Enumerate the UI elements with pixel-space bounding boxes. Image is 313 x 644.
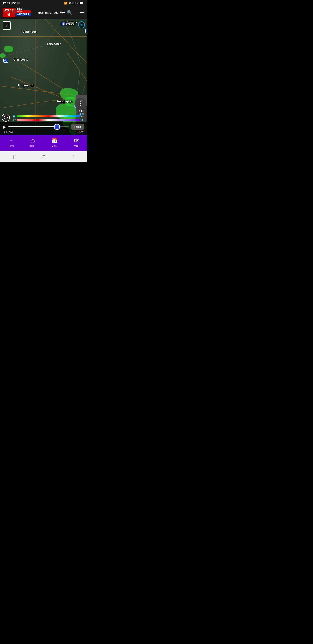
i70-shield: I70 [85,29,87,33]
location-display: HUNTINGTON, WV 🔍 [38,10,72,15]
map-container[interactable]: Newark Columbus Lancaster Chillicothe Pa… [0,19,87,135]
snow-right-icon: ❄ [81,115,85,118]
mapbox-text: mapbox [66,23,74,25]
progress-fill [8,126,57,127]
expand-map-button[interactable]: ⤢ [3,22,11,30]
home-label: Home [7,144,14,147]
hourly-icon: ◷ [31,138,35,144]
rain-legend-row: 💧 ❄ [12,114,85,118]
battery-percent: 69% [72,2,78,5]
info-button[interactable]: ⓘ [2,114,10,122]
temperature-display: 85° [11,2,16,5]
now-label: NOW [77,130,83,133]
weather-label: WEATHER [15,13,31,16]
radar-legend: 💧 ❄ 💧❄ 💧 [12,114,85,121]
playback-controls: ▶ PAST [3,124,84,130]
radar-blob-2 [0,54,5,58]
nav-daily[interactable]: 📅 Daily [47,138,62,147]
time-display: 12:31 [3,2,10,5]
location-target-button[interactable]: ⊕ [78,22,85,28]
progress-track[interactable] [8,126,69,127]
system-back-button[interactable]: < [71,154,74,159]
status-right: 📶 ⊘ 69% [64,2,84,5]
svg-line-7 [0,102,45,108]
rain-left-icon: 💧 [12,114,16,118]
notification-x-icon: × [17,2,20,4]
expand-icon: ⤢ [5,24,8,28]
i71-shield: I71 [3,58,8,62]
battery-icon [79,2,84,4]
daily-icon: 📅 [51,138,57,144]
thumb-lines [56,126,58,128]
logo-number: 3 [7,12,10,17]
bottom-navigation: ⌂ Home ◷ Hourly 📅 Daily 🗺 Map [0,135,87,151]
search-button[interactable]: 🔍 [67,10,73,15]
playback-bar: ▶ PAST 9:35 AM NOW [0,122,87,135]
progress-thumb[interactable] [54,124,60,130]
location-text: HUNTINGTON, WV [38,11,65,14]
time-labels: 9:35 AM NOW [3,130,84,133]
24h-label: 24h [79,110,83,112]
snow-color-bar [17,119,80,120]
rain-color-bar [17,115,80,117]
system-home-icon: □ [43,154,45,159]
daily-label: Daily [52,144,57,147]
hamburger-menu-button[interactable] [79,11,84,14]
mixed-left-icon: 💧❄ [12,118,16,121]
system-back-icon: < [71,154,74,159]
logo-text-group: FIRST ALERT WEATHER [15,8,31,18]
more-options-button[interactable]: ⋮ [75,98,86,109]
nav-hourly[interactable]: ◷ Hourly [25,138,40,147]
system-menu-icon: ||| [13,154,16,159]
rain-end-icon: 💧 [81,118,85,121]
logo-container: WSAZ 3 FIRST ALERT WEATHER [3,8,31,18]
hourly-label: Hourly [29,144,36,147]
radar-blob-1 [4,46,13,52]
map-icon: 🗺 [74,138,79,144]
legend-bar: ⓘ 💧 ❄ 💧❄ 💧 [2,114,85,122]
mapbox-attribution: ◉ mapbox [60,22,76,26]
system-menu-button[interactable]: ||| [13,154,16,159]
wifi-icon: 📶 [64,2,67,5]
system-nav-bar: ||| □ < [0,151,87,162]
start-time-label: 9:35 AM [3,130,12,133]
svg-line-4 [67,52,87,82]
first-alert-label: ALERT [15,10,31,13]
status-left: 12:31 85° × [3,2,20,5]
wsaz-logo-box: WSAZ 3 [3,8,15,18]
target-icon: ⊕ [80,23,83,26]
first-alert-first: FIRST [15,8,31,10]
play-button[interactable]: ▶ [3,124,6,130]
status-bar: 12:31 85° × 📶 ⊘ 69% [0,0,87,6]
mapbox-logo-icon: ◉ [62,22,65,26]
nav-map[interactable]: 🗺 Map [68,138,84,147]
past-button[interactable]: PAST [71,124,84,130]
more-options-icon: ⋮ [78,100,83,106]
dnd-icon: ⊘ [69,2,71,5]
home-icon: ⌂ [9,138,12,144]
snow-legend-row: 💧❄ 💧 [12,118,85,121]
nav-home[interactable]: ⌂ Home [3,138,19,147]
map-label: Map [74,144,79,147]
app-header: WSAZ 3 FIRST ALERT WEATHER HUNTINGTON, W… [0,6,87,19]
system-home-button[interactable]: □ [43,154,45,159]
